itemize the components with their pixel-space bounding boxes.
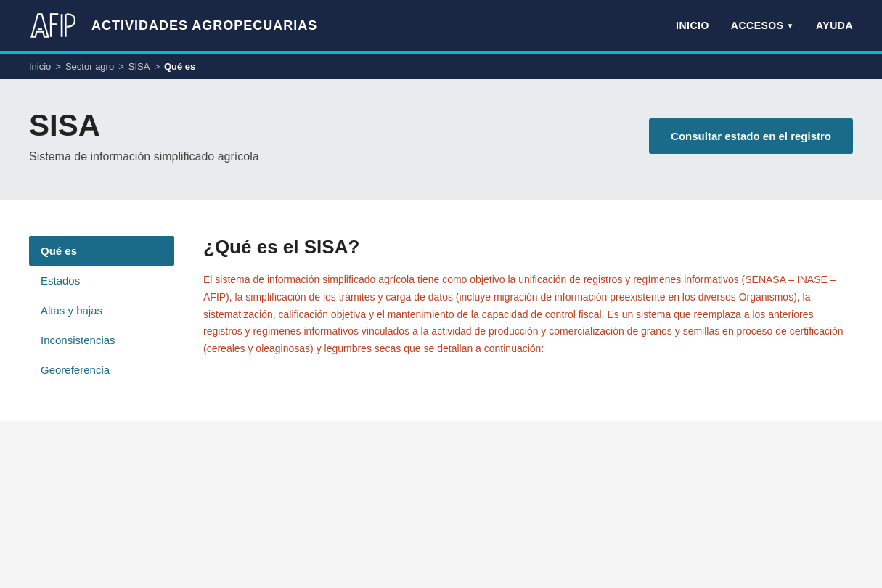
content-body: El sistema de información simplificado a… <box>203 271 853 358</box>
hero-text: SISA Sistema de información simplificado… <box>29 108 259 163</box>
breadcrumb-inicio[interactable]: Inicio <box>29 61 51 72</box>
consult-button[interactable]: Consultar estado en el registro <box>649 118 853 154</box>
sidebar-label-estados: Estados <box>41 274 80 287</box>
main-content: Qué es Estados Altas y bajas Inconsisten… <box>0 200 882 421</box>
nav-inicio[interactable]: INICIO <box>676 20 709 31</box>
content-area: ¿Qué es el SISA? El sistema de informaci… <box>203 236 853 385</box>
breadcrumb: Inicio > Sector agro > SISA > Qué es <box>0 54 882 79</box>
header: ACTIVIDADES AGROPECUARIAS INICIO ACCESOS… <box>0 0 882 51</box>
sidebar: Qué es Estados Altas y bajas Inconsisten… <box>29 236 174 385</box>
sidebar-item-estados[interactable]: Estados <box>29 266 174 295</box>
hero-subtitle: Sistema de información simplificado agrí… <box>29 150 259 163</box>
breadcrumb-sector-agro[interactable]: Sector agro <box>65 61 114 72</box>
header-nav: INICIO ACCESOS ▼ AYUDA <box>676 20 853 31</box>
svg-rect-2 <box>50 14 52 37</box>
hero-section: SISA Sistema de información simplificado… <box>0 79 882 200</box>
header-left: ACTIVIDADES AGROPECUARIAS <box>29 10 317 41</box>
breadcrumb-sep-1: > <box>55 61 61 72</box>
hero-title: SISA <box>29 108 259 143</box>
afip-logo-svg <box>29 10 80 41</box>
nav-ayuda[interactable]: AYUDA <box>816 20 853 31</box>
afip-logo <box>29 10 80 41</box>
nav-accesos-label: ACCESOS <box>731 20 784 31</box>
breadcrumb-sep-3: > <box>154 61 160 72</box>
svg-rect-6 <box>65 14 67 37</box>
sidebar-label-que-es: Qué es <box>41 245 77 257</box>
sidebar-item-georeferencia[interactable]: Georeferencia <box>29 355 174 385</box>
sidebar-label-altas-bajas: Altas y bajas <box>41 304 102 317</box>
breadcrumb-sep-2: > <box>118 61 124 72</box>
sidebar-item-altas-bajas[interactable]: Altas y bajas <box>29 295 174 325</box>
sidebar-label-georeferencia: Georeferencia <box>41 364 110 376</box>
breadcrumb-current: Qué es <box>164 61 195 72</box>
svg-marker-0 <box>32 14 49 37</box>
breadcrumb-sisa[interactable]: SISA <box>128 61 150 72</box>
sidebar-label-inconsistencias: Inconsistencias <box>41 334 115 346</box>
sidebar-item-inconsistencias[interactable]: Inconsistencias <box>29 325 174 355</box>
sidebar-item-que-es[interactable]: Qué es <box>29 236 174 266</box>
header-title: ACTIVIDADES AGROPECUARIAS <box>91 18 317 33</box>
svg-rect-5 <box>61 14 63 37</box>
accesos-dropdown-arrow: ▼ <box>787 22 794 30</box>
nav-accesos[interactable]: ACCESOS ▼ <box>731 20 794 31</box>
content-heading: ¿Qué es el SISA? <box>203 236 853 258</box>
